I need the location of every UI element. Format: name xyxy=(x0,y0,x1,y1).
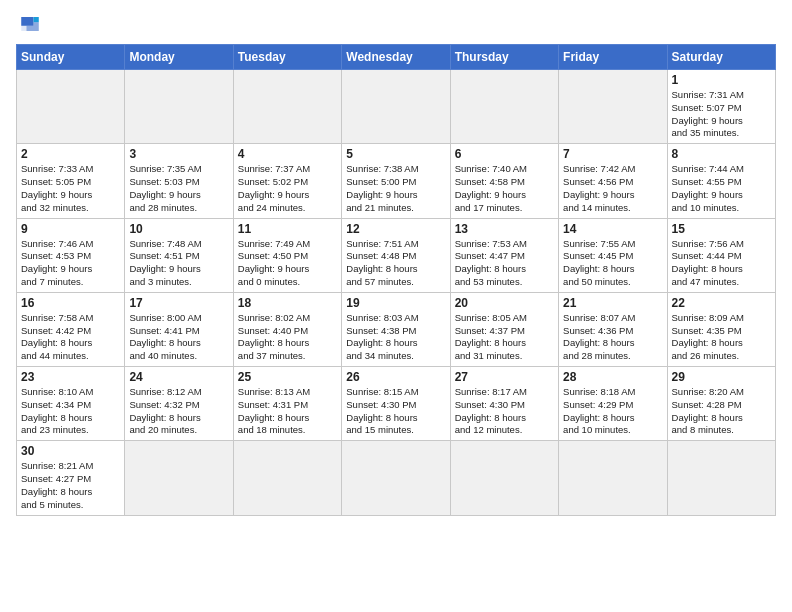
day-number: 29 xyxy=(672,370,771,384)
day-info: Sunrise: 7:42 AM Sunset: 4:56 PM Dayligh… xyxy=(563,163,662,214)
calendar-cell: 27Sunrise: 8:17 AM Sunset: 4:30 PM Dayli… xyxy=(450,367,558,441)
calendar: SundayMondayTuesdayWednesdayThursdayFrid… xyxy=(16,44,776,516)
day-info: Sunrise: 7:31 AM Sunset: 5:07 PM Dayligh… xyxy=(672,89,771,140)
day-info: Sunrise: 8:03 AM Sunset: 4:38 PM Dayligh… xyxy=(346,312,445,363)
day-info: Sunrise: 8:00 AM Sunset: 4:41 PM Dayligh… xyxy=(129,312,228,363)
calendar-cell: 25Sunrise: 8:13 AM Sunset: 4:31 PM Dayli… xyxy=(233,367,341,441)
day-number: 9 xyxy=(21,222,120,236)
day-number: 3 xyxy=(129,147,228,161)
page: SundayMondayTuesdayWednesdayThursdayFrid… xyxy=(0,0,792,612)
calendar-cell xyxy=(667,441,775,515)
calendar-cell: 19Sunrise: 8:03 AM Sunset: 4:38 PM Dayli… xyxy=(342,292,450,366)
day-info: Sunrise: 8:02 AM Sunset: 4:40 PM Dayligh… xyxy=(238,312,337,363)
day-number: 7 xyxy=(563,147,662,161)
day-number: 18 xyxy=(238,296,337,310)
weekday-tuesday: Tuesday xyxy=(233,45,341,70)
weekday-thursday: Thursday xyxy=(450,45,558,70)
day-number: 4 xyxy=(238,147,337,161)
day-info: Sunrise: 7:35 AM Sunset: 5:03 PM Dayligh… xyxy=(129,163,228,214)
calendar-cell: 17Sunrise: 8:00 AM Sunset: 4:41 PM Dayli… xyxy=(125,292,233,366)
calendar-row-3: 16Sunrise: 7:58 AM Sunset: 4:42 PM Dayli… xyxy=(17,292,776,366)
calendar-row-5: 30Sunrise: 8:21 AM Sunset: 4:27 PM Dayli… xyxy=(17,441,776,515)
day-info: Sunrise: 8:18 AM Sunset: 4:29 PM Dayligh… xyxy=(563,386,662,437)
day-info: Sunrise: 8:21 AM Sunset: 4:27 PM Dayligh… xyxy=(21,460,120,511)
day-info: Sunrise: 7:37 AM Sunset: 5:02 PM Dayligh… xyxy=(238,163,337,214)
day-number: 16 xyxy=(21,296,120,310)
calendar-cell: 6Sunrise: 7:40 AM Sunset: 4:58 PM Daylig… xyxy=(450,144,558,218)
day-number: 20 xyxy=(455,296,554,310)
day-number: 30 xyxy=(21,444,120,458)
calendar-cell xyxy=(559,441,667,515)
calendar-cell: 14Sunrise: 7:55 AM Sunset: 4:45 PM Dayli… xyxy=(559,218,667,292)
day-info: Sunrise: 7:46 AM Sunset: 4:53 PM Dayligh… xyxy=(21,238,120,289)
day-number: 14 xyxy=(563,222,662,236)
logo-icon xyxy=(16,10,44,38)
day-number: 28 xyxy=(563,370,662,384)
day-info: Sunrise: 8:07 AM Sunset: 4:36 PM Dayligh… xyxy=(563,312,662,363)
calendar-cell: 11Sunrise: 7:49 AM Sunset: 4:50 PM Dayli… xyxy=(233,218,341,292)
calendar-cell: 23Sunrise: 8:10 AM Sunset: 4:34 PM Dayli… xyxy=(17,367,125,441)
calendar-cell: 4Sunrise: 7:37 AM Sunset: 5:02 PM Daylig… xyxy=(233,144,341,218)
day-info: Sunrise: 7:38 AM Sunset: 5:00 PM Dayligh… xyxy=(346,163,445,214)
day-info: Sunrise: 7:49 AM Sunset: 4:50 PM Dayligh… xyxy=(238,238,337,289)
calendar-cell xyxy=(125,441,233,515)
day-number: 11 xyxy=(238,222,337,236)
calendar-cell xyxy=(450,441,558,515)
day-number: 24 xyxy=(129,370,228,384)
calendar-cell: 3Sunrise: 7:35 AM Sunset: 5:03 PM Daylig… xyxy=(125,144,233,218)
calendar-cell: 5Sunrise: 7:38 AM Sunset: 5:00 PM Daylig… xyxy=(342,144,450,218)
day-number: 19 xyxy=(346,296,445,310)
day-number: 10 xyxy=(129,222,228,236)
calendar-cell: 26Sunrise: 8:15 AM Sunset: 4:30 PM Dayli… xyxy=(342,367,450,441)
day-number: 2 xyxy=(21,147,120,161)
calendar-cell xyxy=(233,70,341,144)
calendar-cell: 18Sunrise: 8:02 AM Sunset: 4:40 PM Dayli… xyxy=(233,292,341,366)
day-info: Sunrise: 8:13 AM Sunset: 4:31 PM Dayligh… xyxy=(238,386,337,437)
calendar-row-4: 23Sunrise: 8:10 AM Sunset: 4:34 PM Dayli… xyxy=(17,367,776,441)
day-info: Sunrise: 7:55 AM Sunset: 4:45 PM Dayligh… xyxy=(563,238,662,289)
day-number: 5 xyxy=(346,147,445,161)
calendar-cell: 21Sunrise: 8:07 AM Sunset: 4:36 PM Dayli… xyxy=(559,292,667,366)
calendar-cell xyxy=(559,70,667,144)
weekday-sunday: Sunday xyxy=(17,45,125,70)
calendar-cell: 13Sunrise: 7:53 AM Sunset: 4:47 PM Dayli… xyxy=(450,218,558,292)
day-number: 26 xyxy=(346,370,445,384)
day-info: Sunrise: 8:10 AM Sunset: 4:34 PM Dayligh… xyxy=(21,386,120,437)
calendar-cell: 29Sunrise: 8:20 AM Sunset: 4:28 PM Dayli… xyxy=(667,367,775,441)
calendar-cell: 12Sunrise: 7:51 AM Sunset: 4:48 PM Dayli… xyxy=(342,218,450,292)
day-info: Sunrise: 8:09 AM Sunset: 4:35 PM Dayligh… xyxy=(672,312,771,363)
calendar-cell xyxy=(342,70,450,144)
calendar-cell: 9Sunrise: 7:46 AM Sunset: 4:53 PM Daylig… xyxy=(17,218,125,292)
calendar-row-2: 9Sunrise: 7:46 AM Sunset: 4:53 PM Daylig… xyxy=(17,218,776,292)
weekday-header-row: SundayMondayTuesdayWednesdayThursdayFrid… xyxy=(17,45,776,70)
day-info: Sunrise: 7:51 AM Sunset: 4:48 PM Dayligh… xyxy=(346,238,445,289)
day-number: 21 xyxy=(563,296,662,310)
calendar-cell: 28Sunrise: 8:18 AM Sunset: 4:29 PM Dayli… xyxy=(559,367,667,441)
calendar-cell: 8Sunrise: 7:44 AM Sunset: 4:55 PM Daylig… xyxy=(667,144,775,218)
calendar-cell xyxy=(125,70,233,144)
calendar-cell: 15Sunrise: 7:56 AM Sunset: 4:44 PM Dayli… xyxy=(667,218,775,292)
day-info: Sunrise: 7:53 AM Sunset: 4:47 PM Dayligh… xyxy=(455,238,554,289)
day-info: Sunrise: 8:20 AM Sunset: 4:28 PM Dayligh… xyxy=(672,386,771,437)
day-number: 27 xyxy=(455,370,554,384)
calendar-cell xyxy=(450,70,558,144)
day-number: 23 xyxy=(21,370,120,384)
day-info: Sunrise: 7:56 AM Sunset: 4:44 PM Dayligh… xyxy=(672,238,771,289)
weekday-friday: Friday xyxy=(559,45,667,70)
calendar-cell xyxy=(17,70,125,144)
day-number: 1 xyxy=(672,73,771,87)
weekday-monday: Monday xyxy=(125,45,233,70)
day-number: 22 xyxy=(672,296,771,310)
day-number: 17 xyxy=(129,296,228,310)
weekday-saturday: Saturday xyxy=(667,45,775,70)
calendar-row-0: 1Sunrise: 7:31 AM Sunset: 5:07 PM Daylig… xyxy=(17,70,776,144)
day-number: 13 xyxy=(455,222,554,236)
calendar-cell: 20Sunrise: 8:05 AM Sunset: 4:37 PM Dayli… xyxy=(450,292,558,366)
weekday-wednesday: Wednesday xyxy=(342,45,450,70)
calendar-cell: 1Sunrise: 7:31 AM Sunset: 5:07 PM Daylig… xyxy=(667,70,775,144)
calendar-row-1: 2Sunrise: 7:33 AM Sunset: 5:05 PM Daylig… xyxy=(17,144,776,218)
day-info: Sunrise: 7:40 AM Sunset: 4:58 PM Dayligh… xyxy=(455,163,554,214)
calendar-cell: 16Sunrise: 7:58 AM Sunset: 4:42 PM Dayli… xyxy=(17,292,125,366)
calendar-cell: 7Sunrise: 7:42 AM Sunset: 4:56 PM Daylig… xyxy=(559,144,667,218)
logo xyxy=(16,10,48,38)
